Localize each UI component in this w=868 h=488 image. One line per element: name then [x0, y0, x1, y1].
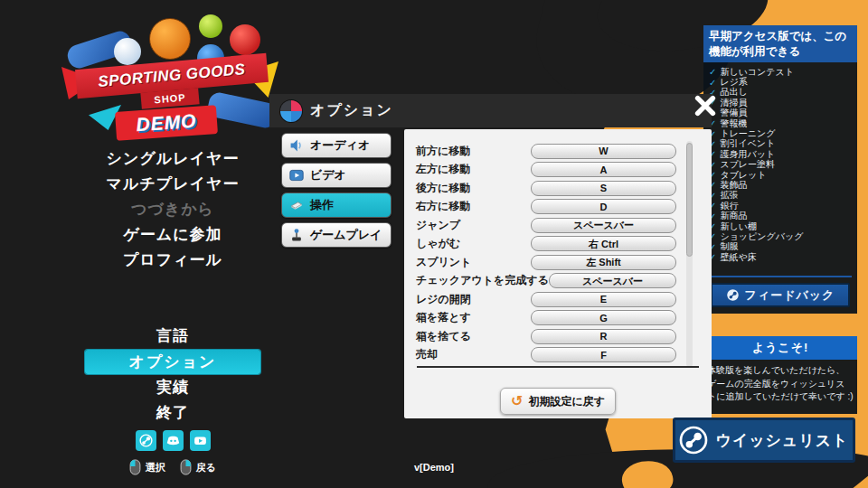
- binding-action-label: 後方に移動: [416, 181, 531, 196]
- tab-audio[interactable]: オーディオ: [281, 133, 392, 158]
- joystick-icon: [289, 228, 304, 242]
- tab-gameplay[interactable]: ゲームプレイ: [281, 222, 392, 248]
- binding-key-button[interactable]: W: [531, 144, 676, 159]
- feature-label: 壁紙や床: [720, 251, 756, 264]
- wishlist-button[interactable]: ウイッシュリスト: [673, 418, 855, 463]
- undo-icon: ↺: [511, 394, 523, 408]
- close-dialog-button[interactable]: [691, 92, 720, 121]
- early-access-title: 早期アクセス版では、この機能が利用できる: [703, 25, 857, 62]
- options-pie-icon: [280, 100, 302, 122]
- welcome-message: 体験版を楽しんでいただけたら、ゲームの完全版をウィッシュリストに追加していただけ…: [703, 360, 857, 408]
- binding-row: しゃがむ 右 Ctrl: [416, 235, 700, 254]
- binding-key-button[interactable]: A: [531, 162, 676, 177]
- menu-item-language[interactable]: 言語: [54, 324, 291, 349]
- logo-red-ball-icon: [230, 24, 260, 55]
- tab-label: ビデオ: [310, 167, 346, 183]
- steam-link-button[interactable]: [136, 430, 156, 451]
- binding-action-label: 箱を落とす: [416, 310, 531, 325]
- feature-item: ✓壁紙や床: [709, 252, 857, 262]
- binding-row: 売却 F: [416, 346, 700, 365]
- feedback-label: フィードバック: [745, 287, 835, 304]
- binding-action-label: ジャンプ: [416, 218, 531, 233]
- binding-key-button[interactable]: 右 Ctrl: [531, 236, 676, 251]
- menu-item-continue[interactable]: つづきから: [54, 197, 291, 222]
- binding-key-button[interactable]: S: [531, 181, 676, 196]
- menu-item-join-game[interactable]: ゲームに参加: [54, 222, 291, 248]
- main-menu: シングルレイヤー マルチプレイヤー つづきから ゲームに参加 プロフィール: [54, 146, 291, 273]
- system-menu: 言語 オプション 実績 終了: [54, 324, 291, 426]
- binding-row: チェックアウトを完成する スペースバー: [416, 272, 700, 291]
- logo-basketball-icon: [149, 18, 191, 60]
- binding-row: 右方に移動 D: [416, 198, 700, 217]
- binding-key-button[interactable]: R: [531, 329, 676, 344]
- menu-item-multiplayer[interactable]: マルチプレイヤー: [54, 172, 291, 197]
- binding-key-button[interactable]: E: [531, 292, 676, 307]
- key-bindings-list: 前方に移動 W 左方に移動 A 後方に移動 S 右方に移動 D ジャンプ スペー…: [416, 142, 700, 364]
- dialog-title: オプション: [310, 101, 393, 120]
- binding-key-button[interactable]: スペースバー: [531, 218, 676, 233]
- binding-action-label: 前方に移動: [416, 144, 531, 159]
- youtube-link-button[interactable]: [190, 430, 211, 451]
- wishlist-label: ウイッシュリスト: [715, 430, 848, 451]
- steam-icon: [138, 433, 154, 448]
- menu-item-achievements[interactable]: 実績: [54, 375, 291, 400]
- binding-action-label: 箱を捨てる: [416, 329, 531, 344]
- key-bindings-panel: 前方に移動 W 左方に移動 A 後方に移動 S 右方に移動 D ジャンプ スペー…: [404, 129, 712, 418]
- divider: [417, 366, 699, 368]
- version-label: v[Demo]: [371, 462, 497, 473]
- binding-key-button[interactable]: G: [531, 310, 676, 325]
- tab-label: オーディオ: [310, 137, 370, 154]
- menu-item-profile[interactable]: プロフィール: [54, 248, 291, 273]
- binding-key-button[interactable]: 左 Shift: [531, 255, 676, 270]
- steam-icon: [679, 426, 708, 455]
- binding-action-label: 右方に移動: [416, 199, 531, 214]
- reset-defaults-label: 初期設定に戻す: [528, 394, 605, 409]
- game-screen: SPORTING GOODS SHOP DEMO シングルレイヤー マルチプレイ…: [0, 0, 868, 488]
- discord-link-button[interactable]: [163, 430, 184, 451]
- game-logo: SPORTING GOODS SHOP DEMO: [61, 14, 283, 150]
- close-icon: [693, 94, 717, 117]
- menu-item-options[interactable]: オプション: [85, 350, 260, 374]
- scrollbar-thumb[interactable]: [686, 143, 693, 257]
- binding-row: 箱を落とす G: [416, 309, 700, 328]
- menu-item-quit[interactable]: 終了: [54, 400, 291, 426]
- check-icon: ✓: [709, 67, 716, 77]
- mouse-right-click-icon: [180, 459, 192, 475]
- speaker-icon: [289, 138, 304, 153]
- options-dialog-header: オプション: [269, 94, 712, 127]
- binding-key-button[interactable]: D: [531, 199, 676, 214]
- tab-label: 操作: [310, 197, 334, 213]
- binding-key-button[interactable]: スペースバー: [549, 273, 676, 288]
- binding-row: スプリント 左 Shift: [416, 253, 700, 272]
- tab-video[interactable]: ビデオ: [281, 163, 392, 188]
- discord-icon: [165, 433, 181, 448]
- back-hint: 戻る: [180, 459, 216, 475]
- binding-action-label: 左方に移動: [416, 162, 531, 177]
- binding-row: レジの開閉 E: [416, 290, 700, 309]
- select-hint: 選択: [129, 459, 165, 475]
- input-hints: 選択 戻る: [54, 459, 291, 475]
- tab-controls[interactable]: 操作: [281, 192, 392, 218]
- early-access-panel: 早期アクセス版では、この機能が利用できる ✓新しいコンテスト ✓レジ系 ✓品出し…: [703, 25, 857, 314]
- welcome-panel: ようこそ! 体験版を楽しんでいただけたら、ゲームの完全版をウィッシュリストに追加…: [703, 336, 857, 414]
- logo-volleyball-icon: [114, 38, 141, 65]
- check-icon: ✓: [709, 78, 716, 88]
- binding-action-label: 売却: [416, 347, 531, 362]
- social-links: [54, 430, 291, 451]
- divider: [709, 276, 852, 277]
- binding-row: 箱を捨てる R: [416, 327, 700, 346]
- video-icon: [289, 168, 304, 183]
- mouse-left-click-icon: [129, 459, 141, 475]
- keyboard-key-icon: [289, 198, 304, 212]
- binding-key-button[interactable]: F: [531, 347, 676, 362]
- menu-item-singleplayer[interactable]: シングルレイヤー: [54, 146, 291, 172]
- feedback-button[interactable]: フィードバック: [711, 283, 850, 307]
- steam-icon: [726, 288, 740, 302]
- reset-defaults-button[interactable]: ↺ 初期設定に戻す: [500, 388, 616, 415]
- feature-list: ✓新しいコンテスト ✓レジ系 ✓品出し ✓清掃員 ✓警備員 ✓警報機 ✓トレーニ…: [703, 62, 857, 262]
- select-hint-label: 選択: [146, 461, 165, 474]
- binding-action-label: スプリント: [416, 255, 531, 270]
- logo-tennis-ball-icon: [199, 14, 222, 38]
- binding-row: ジャンプ スペースバー: [416, 216, 700, 235]
- binding-action-label: レジの開閉: [416, 292, 531, 307]
